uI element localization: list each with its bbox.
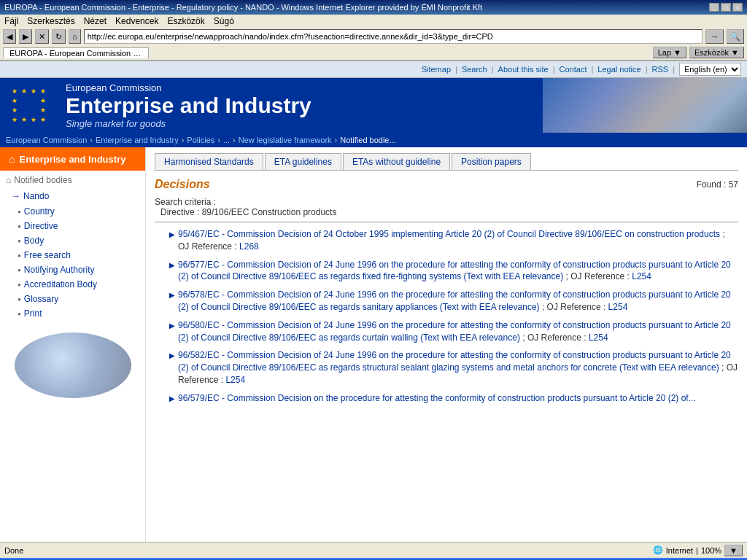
breadcrumb-ec[interactable]: European Commission (6, 136, 87, 144)
menu-view[interactable]: Nézet (84, 16, 107, 26)
sidebar-item-freesearch[interactable]: ● Free search (6, 248, 139, 262)
oj-ref-link-2[interactable]: L254 (608, 302, 628, 312)
breadcrumb-enterprise[interactable]: Enterprise and Industry (96, 136, 179, 144)
sidebar-header[interactable]: ⌂ Enterprise and Industry (0, 147, 145, 171)
decision-item-5: ▶ 96/579/EC - Commission Decision on the… (169, 392, 738, 405)
language-select[interactable]: English (en) (679, 63, 741, 76)
decision-link-4[interactable]: 96/582/EC - Commission Decision of 24 Ju… (178, 350, 731, 373)
address-input[interactable] (84, 29, 703, 44)
arrow-icon: → (12, 191, 20, 201)
sidebar-section: ⌂ Notified bodies → Nando ● Country ● Di… (0, 171, 145, 325)
sitemap-link[interactable]: Sitemap (422, 65, 451, 74)
sidebar-item-print[interactable]: ● Print (6, 306, 139, 321)
oj-ref-link-1[interactable]: L254 (632, 271, 651, 281)
sidebar-item-accreditation[interactable]: ● Accreditation Body (6, 277, 139, 292)
tab-eta-guidelines[interactable]: ETA guidelines (265, 153, 341, 170)
oj-ref-link-4[interactable]: L254 (225, 375, 245, 385)
decision-link-5[interactable]: 96/579/EC - Commission Decision on the p… (178, 393, 696, 403)
zone-label: Internet (666, 546, 693, 555)
legal-link[interactable]: Legal notice (597, 65, 640, 74)
ec-logo: ★★★★ ★ ★ ★ ★ ★★★★ (0, 78, 58, 133)
search-button[interactable]: 🔍 (727, 29, 744, 44)
decision-item-4: ▶ 96/582/EC - Commission Decision of 24 … (169, 349, 738, 386)
refresh-button[interactable]: ↻ (52, 29, 66, 44)
zoom-level: 100% (701, 546, 721, 555)
decision-item-3: ▶ 96/580/EC - Commission Decision of 24 … (169, 319, 738, 344)
sidebar-item-directive[interactable]: ● Directive (6, 219, 139, 233)
address-bar: ◀ ▶ ✕ ↻ ⌂ → 🔍 (0, 28, 747, 45)
forward-button[interactable]: ▶ (19, 29, 32, 44)
sidebar-nando[interactable]: → Nando (6, 188, 139, 204)
search-criteria-label: Search criteria : (155, 197, 216, 207)
tab-etas-without[interactable]: ETAs without guideline (343, 153, 450, 170)
home-icon: ⌂ (9, 153, 15, 165)
sidebar-item-glossary[interactable]: ● Glossary (6, 292, 139, 306)
stop-button[interactable]: ✕ (35, 29, 49, 44)
breadcrumb-nlf[interactable]: New legislative framework (239, 136, 332, 144)
bullet-icon: ● (18, 223, 21, 230)
search-link[interactable]: Search (462, 65, 487, 74)
breadcrumb-ellipsis[interactable]: ... (223, 136, 230, 144)
menu-favorites[interactable]: Kedvencek (115, 16, 158, 26)
close-button[interactable]: × (732, 3, 743, 12)
menu-file[interactable]: Fájl (4, 16, 18, 26)
decision-link-2[interactable]: 96/578/EC - Commission Decision of 24 Ju… (178, 289, 731, 312)
sidebar-item-country[interactable]: ● Country (6, 204, 139, 219)
decisions-header: Decisions Found : 57 (155, 178, 738, 191)
window-controls[interactable]: _ □ × (709, 3, 743, 12)
oj-ref-link-0[interactable]: L268 (239, 241, 259, 252)
home-button[interactable]: ⌂ (69, 29, 81, 44)
glossary-link[interactable]: Glossary (24, 294, 58, 304)
divider (155, 222, 738, 222)
go-button[interactable]: → (705, 29, 724, 44)
decision-item-1: ▶ 96/577/EC - Commission Decision of 24 … (169, 259, 738, 284)
oj-ref-link-3[interactable]: L254 (589, 332, 608, 343)
decision-item-2: ▶ 96/578/EC - Commission Decision of 24 … (169, 289, 738, 314)
rss-link[interactable]: RSS (652, 65, 669, 74)
decision-item-0: ▶ 95/467/EC - Commission Decision of 24 … (169, 228, 738, 253)
menu-tools[interactable]: Eszközök (167, 16, 204, 26)
tools-button[interactable]: Eszközök ▼ (689, 47, 744, 58)
notifying-link[interactable]: Notifying Authority (24, 265, 95, 275)
breadcrumb-policies[interactable]: Policies (187, 136, 214, 144)
sidebar-header-label: Enterprise and Industry (19, 154, 125, 165)
browser-chrome: Fájl Szerkesztés Nézet Kedvencek Eszközö… (0, 15, 747, 61)
zoom-button[interactable]: ▼ (724, 545, 743, 556)
accreditation-link[interactable]: Accreditation Body (24, 279, 97, 289)
about-link[interactable]: About this site (498, 65, 549, 74)
country-link[interactable]: Country (24, 206, 55, 217)
menu-edit[interactable]: Szerkesztés (27, 16, 74, 26)
minimize-button[interactable]: _ (709, 3, 719, 12)
restore-button[interactable]: □ (721, 3, 731, 12)
status-bar: Done 🌐 Internet | 100% ▼ (0, 542, 747, 558)
enterprise-title: Enterprise and Industry (66, 93, 311, 118)
contact-link[interactable]: Contact (560, 65, 587, 74)
decision-bullet: ▶ (169, 351, 175, 386)
decision-link-3[interactable]: 96/580/EC - Commission Decision of 24 Ju… (178, 320, 731, 343)
menu-help[interactable]: Súgó (214, 16, 234, 26)
page-button[interactable]: Lap ▼ (653, 47, 686, 58)
breadcrumb: European Commission › Enterprise and Ind… (0, 133, 747, 147)
print-link[interactable]: Print (24, 308, 42, 319)
tab-position-papers[interactable]: Position papers (452, 153, 531, 170)
tab-harmonised[interactable]: Harmonised Standards (155, 153, 263, 170)
freesearch-link[interactable]: Free search (24, 250, 71, 260)
sidebar-item-notifying[interactable]: ● Notifying Authority (6, 262, 139, 277)
bullet-icon: ● (18, 209, 21, 215)
decision-bullet: ▶ (169, 394, 175, 405)
tab-navigation: Harmonised Standards ETA guidelines ETAs… (155, 153, 738, 171)
toolbar-right: Lap ▼ Eszközök ▼ (653, 47, 744, 58)
bullet-icon: ● (18, 267, 21, 273)
decision-bullet: ▶ (169, 230, 175, 253)
bullet-icon: ● (18, 311, 21, 317)
browser-tab[interactable]: EUROPA - European Commission - Enterpris… (3, 47, 149, 58)
bullet-icon: ● (18, 281, 21, 288)
decision-link-0[interactable]: 95/467/EC - Commission Decision of 24 Oc… (178, 229, 720, 239)
directive-link[interactable]: Directive (24, 221, 58, 231)
body-link[interactable]: Body (24, 236, 44, 246)
back-button[interactable]: ◀ (3, 29, 16, 44)
content-area: Harmonised Standards ETA guidelines ETAs… (146, 147, 747, 542)
search-criteria: Search criteria : Directive : 89/106/EEC… (155, 197, 738, 217)
bullet-icon: ● (18, 296, 21, 303)
sidebar-item-body[interactable]: ● Body (6, 233, 139, 248)
